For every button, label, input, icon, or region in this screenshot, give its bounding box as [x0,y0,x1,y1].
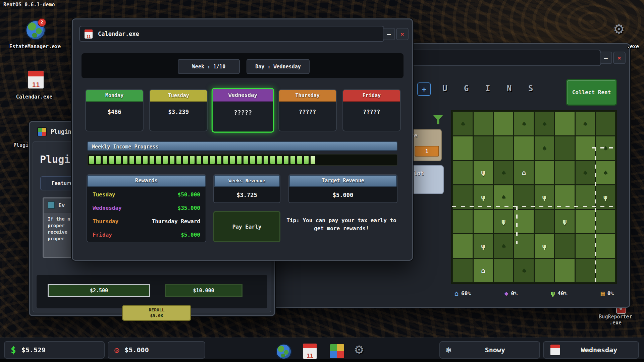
day-card-friday[interactable]: Friday????? [342,89,401,131]
map-parcel[interactable] [494,259,514,282]
map-parcel[interactable] [555,234,575,258]
map-parcel[interactable] [576,185,595,209]
map-parcel[interactable] [474,112,493,135]
taskbar-settings-icon[interactable]: ⚙ [355,341,363,357]
settings-desktop-icon[interactable]: ⚙ [614,19,624,38]
progress-segment [176,156,181,164]
map-parcel[interactable] [453,210,473,233]
map-parcel[interactable]: ♠ [514,259,534,282]
tax-value: $5.000 [124,346,149,354]
map-parcel[interactable] [535,210,554,233]
map-parcel[interactable] [453,234,473,258]
day-card-monday[interactable]: Monday$486 [85,89,144,131]
day-card-thursday[interactable]: Thursday????? [278,89,337,131]
map-parcel[interactable]: ⌂ [514,161,534,184]
buy-plugin-button-right[interactable]: $10.000 [165,284,243,297]
map-parcel[interactable] [576,234,595,258]
desktop: RentOS 0.6.1-demo 2 EstateManager.exe 11… [0,0,644,362]
day-card-wednesday[interactable]: Wednesday????? [212,88,274,133]
estate-minimize-button[interactable]: – [600,52,612,64]
map-parcel[interactable] [494,112,514,135]
map-parcel[interactable] [596,259,615,282]
taskbar-plugins-icon[interactable] [329,344,345,359]
day-panel[interactable]: Wednesday [543,341,639,359]
weeks-revenue-header: Weeks Revenue [214,175,280,187]
map-parcel[interactable] [555,112,575,135]
map-parcel[interactable] [535,161,554,184]
map-parcel[interactable] [535,259,554,282]
taskbar-calendar-icon[interactable]: 11 [303,343,317,360]
map-parcel[interactable] [514,185,534,209]
day-card-tuesday[interactable]: Tuesday$3.239 [149,89,208,131]
taskbar-estate-manager-icon[interactable] [276,344,292,360]
item-count-button[interactable]: 1 [415,146,439,157]
map-parcel[interactable]: ♠ [535,112,554,135]
map-parcel[interactable]: ♠ [494,234,514,258]
plus-icon[interactable]: + [417,82,431,96]
map-parcel[interactable]: ♠ [576,161,595,184]
rewards-panel-header: Rewards [87,175,206,187]
calendar-window-titlebar[interactable]: 11 Calendar.exe [79,26,384,42]
map-parcel[interactable]: ψ [474,234,493,258]
map-parcel[interactable] [596,210,615,233]
map-parcel[interactable]: ♠ [514,112,534,135]
map-parcel[interactable]: ψ [596,185,615,209]
reward-row: Tuesday$50.000 [87,188,206,201]
map-parcel[interactable]: ψ [474,185,493,209]
pay-early-button[interactable]: Pay Early [213,211,280,242]
map-parcel[interactable]: ψ [555,210,575,233]
map-parcel[interactable]: ψ [535,185,554,209]
progress-segment [237,156,241,164]
week-indicator-button[interactable]: Week : 1/10 [178,59,240,74]
estate-manager-desktop-icon[interactable]: 2 [25,20,44,38]
map-parcel[interactable] [453,259,473,282]
weather-panel[interactable]: ❄ Snowy [439,341,540,359]
day-card-header: Friday [343,90,400,102]
progress-segment [244,156,248,164]
map-parcel[interactable]: ψ [535,234,554,258]
map-parcel[interactable] [555,136,575,160]
map-parcel[interactable] [453,161,473,184]
reroll-price: $5.0K [123,313,190,319]
map-parcel[interactable] [474,210,493,233]
calendar-desktop-icon[interactable]: 11 [28,70,44,89]
estate-close-button[interactable]: × [613,52,626,64]
map-parcel[interactable]: ♠ [576,112,595,135]
bug-reporter-label-line1: BugReporter [590,314,641,320]
progress-segment [197,156,201,164]
map-parcel[interactable] [596,112,615,135]
map-parcel[interactable] [555,259,575,282]
map-parcel[interactable]: ψ [474,161,493,184]
map-parcel[interactable] [453,136,473,160]
map-parcel[interactable] [555,161,575,184]
wheat-icon: ψ [481,169,485,177]
map-parcel[interactable] [494,136,514,160]
money-panel[interactable]: $ $5.529 [4,341,105,359]
map-parcel[interactable] [474,136,493,160]
map-parcel[interactable]: ♠ [535,136,554,160]
map-parcel[interactable]: ⌂ [474,259,493,282]
filter-funnel-icon[interactable] [433,115,443,124]
map-parcel[interactable]: ♠ [596,161,615,184]
map-parcel[interactable] [576,259,595,282]
day-indicator-button[interactable]: Day : Wednesday [247,59,310,74]
tax-panel[interactable]: ◎ $5.000 [108,341,205,359]
map-parcel[interactable] [555,185,575,209]
calendar-minimize-button[interactable]: – [383,28,395,40]
map-parcel[interactable]: ♠ [494,161,514,184]
buy-plugin-button-left[interactable]: $2.500 [48,284,150,297]
map-parcel[interactable]: ψ [494,210,514,233]
map-parcel[interactable] [596,234,615,258]
map-parcel[interactable]: ♠ [453,112,473,135]
plugins-header-letter: G [464,84,485,93]
calendar-close-button[interactable]: × [396,28,409,40]
map-parcel[interactable] [453,185,473,209]
collect-rent-button[interactable]: Collect Rent [566,79,617,106]
map-parcel[interactable] [514,136,534,160]
map-parcel[interactable]: ♠ [494,185,514,209]
map-parcel[interactable] [576,210,595,233]
reroll-button[interactable]: REROLL $5.0K [122,305,191,321]
road [595,147,596,283]
plugins-header-letter: N [507,84,528,93]
money-icon: $ [11,345,16,355]
